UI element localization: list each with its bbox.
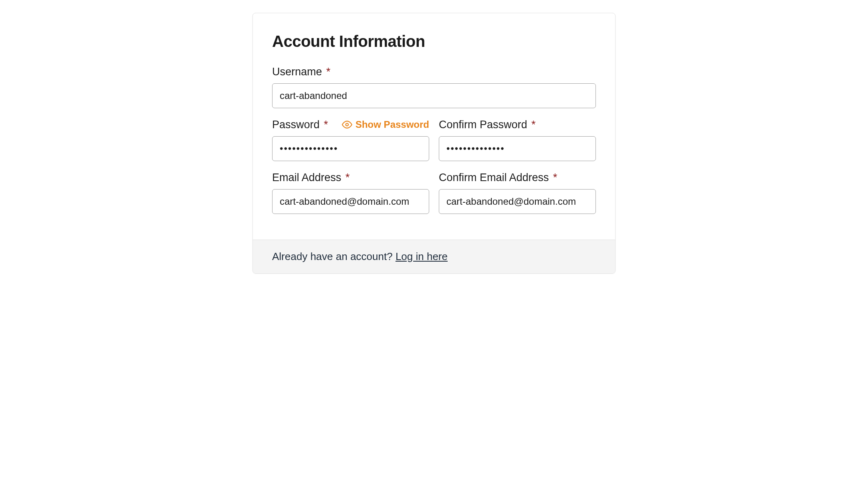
card-title: Account Information bbox=[272, 32, 596, 50]
confirm-email-label: Confirm Email Address bbox=[439, 171, 549, 184]
password-label-wrap: Password * bbox=[272, 119, 328, 131]
password-row: Password * Show Password bbox=[272, 118, 596, 171]
password-label: Password bbox=[272, 119, 320, 131]
footer-prompt: Already have an account? bbox=[272, 250, 396, 262]
username-input[interactable] bbox=[272, 83, 596, 108]
confirm-password-group: Confirm Password * bbox=[439, 118, 596, 161]
email-group: Email Address * bbox=[272, 171, 429, 214]
email-input[interactable] bbox=[272, 189, 429, 214]
confirm-email-label-row: Confirm Email Address * bbox=[439, 171, 596, 184]
card-footer: Already have an account? Log in here bbox=[253, 240, 615, 273]
required-marker: * bbox=[531, 119, 536, 131]
svg-point-0 bbox=[346, 123, 349, 126]
username-label-row: Username * bbox=[272, 65, 596, 79]
required-marker: * bbox=[326, 66, 331, 78]
email-label: Email Address bbox=[272, 171, 341, 184]
username-label: Username bbox=[272, 66, 322, 78]
confirm-email-label-wrap: Confirm Email Address * bbox=[439, 171, 557, 184]
confirm-password-input[interactable] bbox=[439, 136, 596, 161]
confirm-password-label-wrap: Confirm Password * bbox=[439, 119, 536, 131]
required-marker: * bbox=[345, 171, 350, 184]
password-group: Password * Show Password bbox=[272, 118, 429, 161]
confirm-password-label: Confirm Password bbox=[439, 119, 527, 131]
password-input[interactable] bbox=[272, 136, 429, 161]
confirm-password-label-row: Confirm Password * bbox=[439, 118, 596, 131]
account-info-card: Account Information Username * Password … bbox=[252, 13, 616, 274]
required-marker: * bbox=[553, 171, 557, 184]
confirm-email-group: Confirm Email Address * bbox=[439, 171, 596, 214]
password-label-row: Password * Show Password bbox=[272, 118, 429, 131]
email-label-wrap: Email Address * bbox=[272, 171, 350, 184]
required-marker: * bbox=[324, 119, 328, 131]
login-link[interactable]: Log in here bbox=[396, 250, 448, 262]
confirm-email-input[interactable] bbox=[439, 189, 596, 214]
email-row: Email Address * Confirm Email Address * bbox=[272, 171, 596, 224]
show-password-label: Show Password bbox=[355, 119, 429, 130]
username-group: Username * bbox=[272, 65, 596, 108]
show-password-toggle[interactable]: Show Password bbox=[342, 119, 429, 130]
eye-icon bbox=[342, 119, 352, 130]
email-label-row: Email Address * bbox=[272, 171, 429, 184]
card-body: Account Information Username * Password … bbox=[253, 13, 615, 240]
username-label-wrap: Username * bbox=[272, 66, 331, 78]
